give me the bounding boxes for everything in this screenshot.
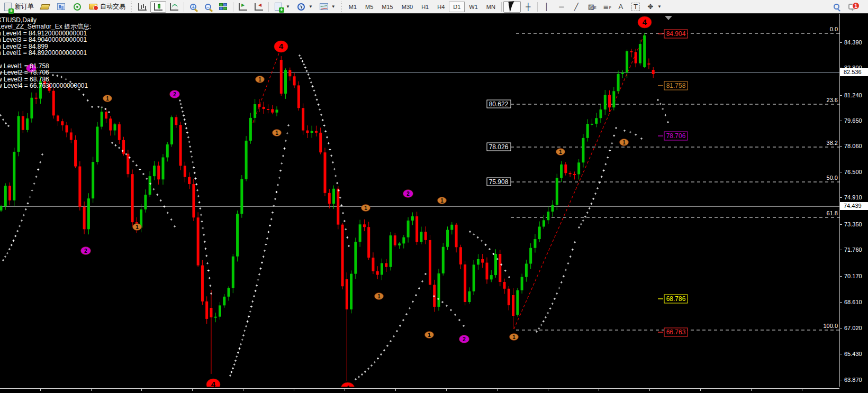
indicator-icon xyxy=(320,3,328,10)
semafor-label: 4 xyxy=(643,17,647,26)
semafor-label: 1 xyxy=(512,334,516,340)
period-button[interactable]: ▼ xyxy=(293,1,316,13)
time-tick xyxy=(192,389,193,391)
axis-tick xyxy=(840,121,842,121)
axis-price-label: 81.240 xyxy=(844,92,862,98)
hline-tool-button[interactable]: ─ xyxy=(554,1,569,13)
toolbar-grip[interactable] xyxy=(340,2,343,12)
indicators-button[interactable]: ▼ xyxy=(316,1,339,13)
level-label: 84.904 xyxy=(666,30,686,38)
semafor-label: 1 xyxy=(106,96,109,102)
crosshair-tool-button[interactable]: ┼ xyxy=(521,1,536,13)
fib-price-label: 75.908 xyxy=(489,178,509,186)
time-tick xyxy=(40,389,41,391)
trend-dashed-line xyxy=(514,34,645,329)
trendline-tool-button[interactable]: ╱ xyxy=(569,1,584,13)
current-price-tag: 82.536 xyxy=(840,68,868,76)
upload-chart-button[interactable] xyxy=(53,1,69,13)
vertical-line-icon: │ xyxy=(542,2,551,12)
semafor-label: 1 xyxy=(275,130,278,136)
candlestick-icon xyxy=(154,3,162,11)
zoom-in-button[interactable]: + xyxy=(186,1,201,13)
time-tick xyxy=(395,389,396,391)
axis-price-label: 71.760 xyxy=(844,246,862,253)
horizontal-line-icon: ─ xyxy=(557,2,566,12)
chat-bubble-icon: 1 xyxy=(848,4,856,10)
axis-tick xyxy=(840,276,842,277)
level-label: 81.758 xyxy=(666,82,686,89)
axis-price-label: 74.910 xyxy=(844,194,862,200)
timeframe-M30[interactable]: M30 xyxy=(397,2,417,12)
fib-label: 61.8 xyxy=(827,210,838,216)
axis-tick xyxy=(840,250,842,250)
axis-price-label: 68.610 xyxy=(844,299,862,305)
timeframe-H4[interactable]: H4 xyxy=(433,2,449,12)
auto-trading-button[interactable]: 自动交易 xyxy=(85,1,129,13)
timeframe-D1[interactable]: D1 xyxy=(449,2,465,12)
auto-scroll-button[interactable] xyxy=(235,1,251,13)
axis-price-label: 84.390 xyxy=(844,39,862,45)
zoom-out-button[interactable]: − xyxy=(201,1,215,13)
chart-shift-marker[interactable] xyxy=(665,16,672,20)
fibonacci-tool-button[interactable]: ≣ xyxy=(599,1,613,13)
chart-shift-button[interactable] xyxy=(251,1,267,13)
candlestick-chart-button[interactable] xyxy=(150,1,166,13)
axis-tick xyxy=(840,42,842,43)
semafor-label: 4 xyxy=(279,42,284,51)
time-tick xyxy=(345,389,345,391)
timeframe-M15[interactable]: M15 xyxy=(377,2,397,12)
axis-tick xyxy=(840,302,842,303)
new-order-button[interactable]: 新订单 xyxy=(0,1,37,13)
semafor-label: 1 xyxy=(258,77,261,83)
semafor-label: 2 xyxy=(173,92,176,97)
axis-tick xyxy=(840,224,842,225)
axis-tick xyxy=(840,354,842,354)
new-template-button[interactable]: ▼ xyxy=(270,1,293,13)
timeframe-M5[interactable]: M5 xyxy=(361,2,377,12)
time-tick xyxy=(802,389,802,391)
template-plus-icon xyxy=(275,3,282,11)
timeframe-M1[interactable]: M1 xyxy=(345,2,361,12)
channel-tool-button[interactable]: ▨ xyxy=(584,1,599,13)
cursor-tool-button[interactable] xyxy=(503,1,521,13)
fibonacci-icon: ≣ xyxy=(602,2,610,12)
time-tick xyxy=(751,389,752,391)
market-watch-button[interactable] xyxy=(37,1,53,13)
equidistant-channel-icon: ▨ xyxy=(587,2,595,12)
dropdown-caret-icon: ▼ xyxy=(657,4,662,9)
notifications-button[interactable]: 1 xyxy=(844,1,861,13)
search-button[interactable] xyxy=(829,1,844,13)
signal-icon xyxy=(74,3,81,11)
chart-area[interactable]: 0.023.680.62238.278.02650.075.90861.8100… xyxy=(0,14,839,387)
zoom-in-icon: + xyxy=(190,4,196,10)
bar-chart-button[interactable] xyxy=(134,1,150,13)
text-icon: A xyxy=(617,2,625,12)
auto-trading-label: 自动交易 xyxy=(100,2,125,11)
line-chart-button[interactable] xyxy=(166,1,182,13)
dropdown-caret-icon: ▼ xyxy=(331,4,336,9)
text-tool-button[interactable]: A xyxy=(613,1,628,13)
time-tick xyxy=(446,389,447,391)
timeframe-H1[interactable]: H1 xyxy=(417,2,433,12)
signals-button[interactable] xyxy=(69,1,85,13)
time-tick xyxy=(294,389,294,391)
tile-windows-button[interactable] xyxy=(215,1,231,13)
semafor-label: 4 xyxy=(211,380,216,387)
zoom-out-icon: − xyxy=(205,4,211,10)
timeframe-group: M1M5M15M30H1H4D1W1MN xyxy=(345,2,500,12)
candles xyxy=(0,33,655,381)
fib-label: 38.2 xyxy=(827,140,838,146)
axis-price-label: 65.430 xyxy=(844,351,862,357)
label-tool-button[interactable]: T xyxy=(628,1,643,13)
vline-tool-button[interactable]: │ xyxy=(539,1,554,13)
timeframe-MN[interactable]: MN xyxy=(482,2,500,12)
time-tick xyxy=(141,389,142,391)
timeframe-W1[interactable]: W1 xyxy=(465,2,482,12)
semafor-label: 1 xyxy=(622,140,626,145)
price-axis[interactable]: 84.39082.80081.24079.65078.06076.50074.9… xyxy=(839,14,868,387)
time-axis[interactable] xyxy=(0,387,868,393)
arrows-tool-button[interactable]: ✥▼ xyxy=(643,1,665,13)
fib-price-label: 78.026 xyxy=(489,143,509,151)
toolbar-grip[interactable] xyxy=(130,2,133,12)
time-tick xyxy=(91,389,92,391)
